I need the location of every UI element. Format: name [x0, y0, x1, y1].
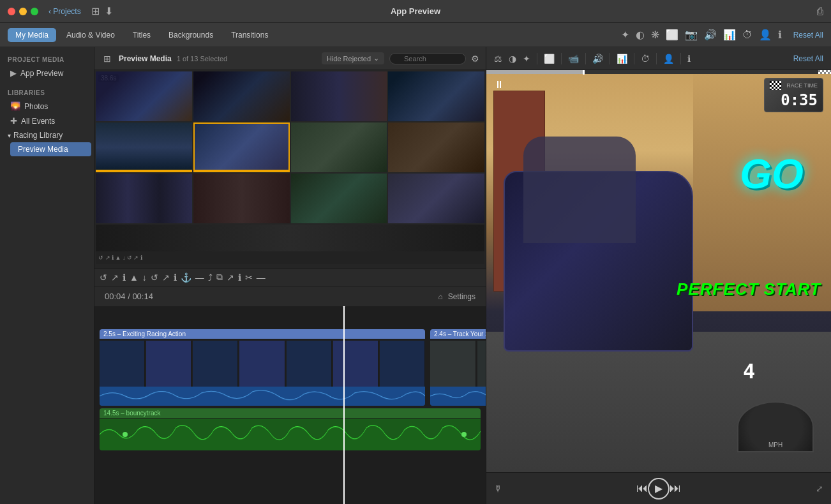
tool-separator-7: [680, 53, 681, 64]
cam2-icon[interactable]: 📹: [568, 54, 579, 64]
line-icon[interactable]: —: [257, 272, 266, 283]
play-pause-button[interactable]: ▶: [648, 478, 670, 500]
chart-icon[interactable]: 📊: [723, 29, 736, 41]
crop-icon[interactable]: ⬜: [666, 29, 678, 41]
sidebar-item-photos[interactable]: 🌄 Photos: [3, 99, 91, 114]
skip-forward-icon[interactable]: ⏭: [670, 482, 681, 495]
sidebar-racing-library[interactable]: ▾ Racing Library: [0, 128, 94, 142]
sidebar-item-all-events[interactable]: ✚ All Events: [3, 114, 91, 128]
media-thumb-12[interactable]: [388, 174, 484, 223]
info3-icon[interactable]: ℹ: [238, 272, 241, 283]
media-selection-count: 1 of 13 Selected: [177, 55, 228, 63]
vol-tool-icon[interactable]: 🔊: [592, 54, 603, 64]
audio-icon[interactable]: 🔊: [704, 29, 717, 41]
media-thumb-3[interactable]: [291, 71, 387, 121]
trim-icon[interactable]: ✂: [245, 272, 253, 283]
current-time-display: 00:04 / 00:14: [105, 292, 153, 301]
person-icon[interactable]: 👤: [759, 29, 772, 41]
expand-icon[interactable]: ⤢: [816, 484, 823, 494]
settings-icon[interactable]: ⚙: [471, 54, 479, 64]
tab-backgrounds[interactable]: Backgrounds: [161, 28, 221, 42]
person2-icon[interactable]: 👤: [663, 54, 674, 64]
media-thumb-2[interactable]: [193, 71, 290, 121]
film-icon: ▶: [10, 68, 17, 78]
anchor-icon[interactable]: ⚓: [181, 272, 191, 283]
frame-icon[interactable]: ⬜: [544, 54, 555, 64]
rotate-right-icon[interactable]: ↺: [151, 272, 158, 283]
minus-icon[interactable]: —: [195, 272, 204, 283]
hide-rejected-button[interactable]: Hide Rejected ⌄: [322, 52, 384, 64]
video-clip-2[interactable]: 2.4s – Track Your Stats: [430, 329, 486, 406]
info4-icon[interactable]: ℹ: [687, 54, 691, 64]
media-thumb-7[interactable]: [291, 122, 387, 172]
media-header-controls: Hide Rejected ⌄ 🔍 ⚙: [322, 52, 479, 64]
video-clip-1[interactable]: 2.5s – Exciting Racing Action: [100, 329, 425, 406]
reset-all-button[interactable]: Reset All: [793, 31, 823, 40]
tab-transitions[interactable]: Transitions: [223, 28, 276, 42]
clip-view-icon[interactable]: ⊞: [91, 5, 100, 17]
bars-icon[interactable]: 📊: [617, 54, 627, 64]
enhance2-icon[interactable]: ✦: [523, 54, 530, 64]
camera-icon[interactable]: 📷: [685, 29, 698, 41]
tool-separator-6: [656, 53, 657, 64]
enhance-icon[interactable]: ❋: [651, 29, 659, 41]
color-icon[interactable]: ◐: [636, 29, 645, 41]
down-icon[interactable]: ↓: [142, 272, 147, 283]
copy-icon[interactable]: ⧉: [216, 272, 223, 283]
forward-icon[interactable]: ⤴: [208, 272, 213, 283]
media-thumb-8[interactable]: [388, 122, 484, 172]
rotate-left-icon[interactable]: ↺: [100, 272, 107, 283]
audio-track: 14.5s – bouncytrack: [100, 408, 481, 450]
plus-icon: ✚: [10, 116, 17, 126]
grid-view-icon[interactable]: ⊞: [101, 54, 114, 64]
media-thumb-1[interactable]: 38.6s: [96, 71, 192, 121]
balance-icon[interactable]: ⚖: [494, 54, 502, 64]
clock-icon[interactable]: ⏱: [742, 29, 752, 41]
media-thumb-9[interactable]: [96, 174, 192, 223]
magic-wand-icon[interactable]: ✦: [621, 29, 629, 41]
race-time-value: 0:35: [770, 91, 818, 109]
tab-audio-video[interactable]: Audio & Video: [59, 28, 123, 42]
color2-icon[interactable]: ◑: [509, 54, 516, 64]
timeline-area[interactable]: 2.5s – Exciting Racing Action: [94, 306, 486, 504]
share-tool-icon[interactable]: ↗: [111, 272, 119, 283]
share-icon[interactable]: ⎙: [817, 6, 823, 17]
preview-toolbar: ⚖ ◑ ✦ ⬜ 📹 🔊 📊 ⏱ 👤 ℹ Reset All: [486, 47, 831, 70]
minimize-button[interactable]: [19, 8, 27, 15]
sidebar-item-app-preview[interactable]: ▶ App Preview: [3, 66, 91, 80]
project-media-label: PROJECT MEDIA: [0, 52, 94, 66]
media-row-1: 38.6s: [96, 71, 484, 121]
info-icon[interactable]: ℹ: [778, 29, 782, 41]
nav-icon[interactable]: ⬇: [105, 5, 113, 17]
fullscreen-button[interactable]: [31, 8, 38, 15]
media-thumb-6-selected[interactable]: [193, 122, 290, 172]
pause-button[interactable]: ⏸: [494, 79, 504, 91]
media-thumb-11[interactable]: [291, 174, 387, 223]
info2-icon[interactable]: ℹ: [174, 272, 177, 283]
close-button[interactable]: [8, 8, 15, 15]
tab-my-media[interactable]: My Media: [8, 28, 56, 42]
skip-back-icon[interactable]: ⏮: [636, 482, 648, 495]
media-thumb-5[interactable]: [96, 122, 192, 172]
sidebar-item-preview-media[interactable]: Preview Media: [10, 142, 91, 156]
export-icon[interactable]: ↗: [162, 272, 170, 283]
search-input[interactable]: [389, 53, 466, 64]
media-thumb-13[interactable]: ↺ ↗ ℹ ▲ ↓ ↺ ↗ ℹ: [96, 225, 484, 264]
tab-titles[interactable]: Titles: [125, 28, 158, 42]
reset-all-button-2[interactable]: Reset All: [793, 54, 823, 63]
tool-separator-2: [561, 53, 562, 64]
back-button[interactable]: ‹ Projects: [49, 7, 81, 16]
media-thumb-10[interactable]: [193, 174, 290, 223]
info-tool-icon[interactable]: ℹ: [123, 272, 126, 283]
up-icon[interactable]: ▲: [130, 272, 138, 283]
photos-icon: 🌄: [10, 101, 20, 111]
playhead[interactable]: [343, 306, 345, 504]
share2-icon[interactable]: ↗: [227, 272, 234, 283]
speed-icon[interactable]: ⏱: [641, 54, 650, 64]
home-icon[interactable]: ⌂: [438, 292, 442, 301]
media-thumb-4[interactable]: [388, 71, 484, 121]
microphone-icon[interactable]: 🎙: [494, 484, 503, 494]
settings-label[interactable]: Settings: [448, 292, 475, 301]
go-text: GO: [740, 151, 804, 198]
preview-video: GO PERFECT START MPH 4 RACE TIME: [486, 70, 831, 472]
